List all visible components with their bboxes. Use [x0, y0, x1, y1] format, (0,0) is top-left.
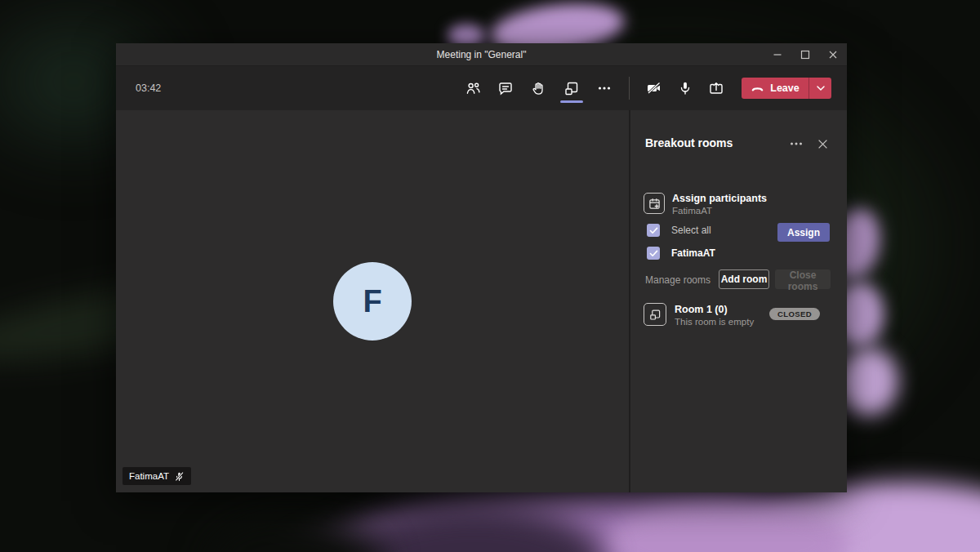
leave-button-label: Leave [770, 82, 799, 94]
panel-more-button[interactable] [789, 138, 804, 149]
chat-button[interactable] [497, 80, 514, 96]
microphone-button[interactable] [677, 80, 693, 96]
select-all-label: Select all [671, 225, 711, 236]
room-list-item[interactable]: Room 1 (0) This room is empty CLOSED [644, 303, 834, 327]
checkmark-icon [649, 227, 658, 234]
maximize-button[interactable] [791, 43, 819, 66]
breakout-rooms-active-indicator [560, 100, 583, 103]
participant-checkbox[interactable] [647, 247, 660, 260]
mic-off-icon [174, 471, 185, 482]
room-status-badge: CLOSED [769, 308, 820, 320]
background-dark-corner [204, 514, 384, 552]
breakout-rooms-icon [564, 80, 580, 96]
add-room-button[interactable]: Add room [719, 269, 769, 289]
room-icon [644, 303, 666, 326]
background-petal-right-3 [838, 347, 898, 416]
select-all-checkbox[interactable] [647, 224, 660, 237]
breakout-rooms-panel: Breakout rooms [630, 110, 847, 492]
chevron-down-icon [816, 85, 826, 91]
close-rooms-button[interactable]: Close rooms [775, 269, 831, 289]
leave-button[interactable]: Leave [742, 78, 809, 99]
assign-participants-section[interactable]: Assign participants FatimaAT [644, 193, 767, 216]
panel-close-icon [817, 139, 828, 149]
toolbar-divider [629, 77, 630, 100]
panel-more-icon [790, 141, 803, 146]
meeting-toolbar: 03:42 [116, 66, 847, 110]
panel-close-button[interactable] [815, 138, 830, 149]
more-options-icon [596, 80, 612, 96]
raise-hand-icon [530, 80, 546, 96]
meeting-timer: 03:42 [136, 82, 161, 94]
window-controls [764, 43, 847, 66]
share-screen-icon [708, 80, 724, 96]
chat-icon [497, 80, 514, 96]
avatar-initial: F [363, 284, 381, 319]
assign-participants-icon [644, 193, 665, 214]
window-title: Meeting in "General" [437, 49, 527, 60]
meeting-window: Meeting in "General" 03:42 [116, 43, 847, 492]
close-button[interactable] [819, 43, 847, 66]
participant-name-tag: FatimaAT [122, 467, 191, 485]
assign-button[interactable]: Assign [777, 223, 830, 242]
camera-toggle-button[interactable] [646, 80, 662, 96]
checkmark-icon [649, 250, 658, 257]
close-icon [828, 50, 838, 60]
microphone-icon [677, 80, 693, 96]
manage-rooms-label: Manage rooms [645, 274, 710, 286]
panel-title: Breakout rooms [645, 136, 733, 149]
hang-up-icon [751, 83, 764, 93]
video-stage: F FatimaAT [116, 110, 629, 492]
title-bar: Meeting in "General" [116, 43, 847, 66]
share-screen-button[interactable] [708, 80, 724, 96]
participant-label: FatimaAT [671, 247, 715, 259]
participant-row: FatimaAT [647, 247, 715, 260]
select-all-row: Select all [647, 224, 711, 237]
assign-participants-title: Assign participants [672, 193, 767, 205]
show-participants-button[interactable] [465, 80, 481, 96]
participants-icon [465, 80, 481, 96]
minimize-button[interactable] [764, 43, 791, 66]
camera-off-icon [646, 80, 662, 96]
room-texts: Room 1 (0) This room is empty CLOSED [675, 303, 834, 327]
participant-avatar: F [333, 262, 412, 341]
raise-hand-button[interactable] [530, 80, 546, 96]
meeting-content: F FatimaAT Breakout rooms [116, 110, 847, 492]
more-options-button[interactable] [596, 80, 612, 96]
leave-options-button[interactable] [809, 78, 831, 99]
assign-participants-subtitle: FatimaAT [672, 205, 767, 216]
breakout-rooms-button[interactable] [564, 80, 580, 96]
participant-name: FatimaAT [129, 471, 169, 481]
maximize-icon [800, 50, 810, 60]
minimize-icon [773, 50, 782, 60]
leave-button-group: Leave [742, 78, 831, 99]
